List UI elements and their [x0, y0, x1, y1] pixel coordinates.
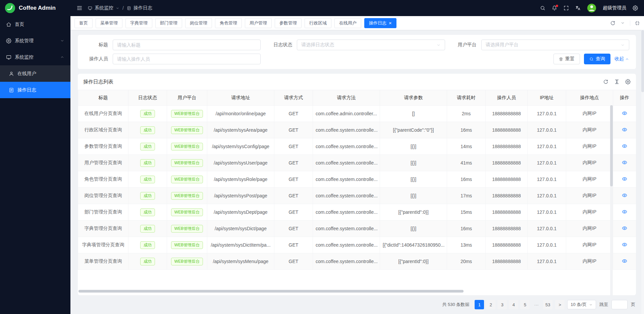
sidebar-item-system-mgmt[interactable]: 系统管理 — [0, 33, 70, 49]
view-detail-eye-icon[interactable] — [622, 111, 627, 116]
cell: 内网IP — [566, 155, 613, 171]
avatar[interactable] — [587, 3, 596, 13]
view-detail-eye-icon[interactable] — [622, 258, 627, 264]
cell: 行政区域分页查询 — [78, 122, 128, 138]
view-detail-eye-icon[interactable] — [622, 127, 627, 132]
cell: 成功 — [128, 106, 167, 122]
user-platform-select[interactable]: 请选择用户平台 — [481, 40, 629, 50]
settings-gear-icon[interactable] — [633, 5, 638, 11]
refresh-tabs-icon[interactable] — [610, 20, 615, 26]
platform-badge: WEB管理后台 — [171, 159, 203, 167]
window-scrollbar[interactable] — [641, 30, 644, 314]
tabs-dropdown-icon[interactable] — [621, 21, 625, 25]
cell: /api/system/sysArea/page — [207, 122, 274, 138]
sidebar-item-op-logs[interactable]: 操作日志 — [0, 82, 70, 98]
language-icon[interactable] — [575, 5, 581, 11]
select-placeholder: 请选择日志状态 — [301, 42, 334, 48]
search-button[interactable]: 查询 — [584, 54, 610, 64]
cell: 127.0.0.1 — [528, 204, 566, 221]
breadcrumb-item[interactable]: 系统监控 — [95, 5, 113, 11]
app-logo-icon — [5, 3, 15, 13]
cell: 成功 — [128, 122, 167, 138]
page-button[interactable]: 4 — [509, 300, 518, 309]
cell: WEB管理后台 — [167, 138, 207, 155]
cell: 内网IP — [566, 237, 613, 253]
filter-status-label: 日志状态 — [269, 42, 292, 48]
cell: com.coffee.system.controlle... — [313, 204, 380, 221]
tab-item[interactable]: 岗位管理 — [185, 18, 212, 28]
layout-fullscreen-icon[interactable] — [630, 20, 640, 26]
fullscreen-icon[interactable] — [564, 5, 569, 11]
sidebar-item-system-monitor[interactable]: 系统监控 — [0, 49, 70, 65]
view-detail-eye-icon[interactable] — [622, 242, 627, 247]
page-button[interactable]: 53 — [543, 300, 552, 309]
reset-button[interactable]: 重置 — [553, 54, 580, 64]
tab-item[interactable]: 角色管理 — [215, 18, 242, 28]
table-vertical-scrollbar[interactable] — [610, 105, 613, 295]
cell: 18888888888 — [486, 171, 528, 188]
scrollbar-thumb[interactable] — [641, 30, 644, 92]
cell: GET — [274, 204, 313, 221]
collapse-sidebar-icon[interactable] — [76, 5, 83, 11]
log-status-select[interactable]: 请选择日志状态 — [297, 40, 445, 50]
page-button[interactable]: 3 — [497, 300, 507, 309]
column-header: 请求方式 — [274, 90, 313, 106]
tab-item[interactable]: 部门管理 — [155, 18, 182, 28]
action-cell — [613, 155, 636, 171]
tab-item[interactable]: 操作日志× — [364, 18, 396, 28]
status-badge: 成功 — [140, 110, 155, 118]
tab-item[interactable]: 首页 — [74, 18, 93, 28]
chevron-down-icon — [116, 6, 119, 10]
collapse-filter-link[interactable]: 收起 — [614, 56, 629, 62]
tab-item[interactable]: 参数管理 — [275, 18, 302, 28]
column-settings-icon[interactable] — [625, 79, 631, 84]
cell: 成功 — [128, 138, 167, 155]
cell: 成功 — [128, 221, 167, 237]
page-ellipsis[interactable]: ··· — [532, 300, 541, 309]
sidebar-item-home[interactable]: 首页 — [0, 16, 70, 33]
jump-page-input[interactable] — [611, 300, 628, 309]
scrollbar-thumb[interactable] — [610, 105, 613, 186]
platform-badge: WEB管理后台 — [171, 126, 203, 134]
cell: 18888888888 — [486, 122, 528, 138]
refresh-table-icon[interactable] — [603, 79, 608, 84]
document-icon — [9, 87, 14, 93]
cell: 18888888888 — [486, 155, 528, 171]
tab-close-icon[interactable]: × — [389, 20, 392, 25]
notifications-bell-icon[interactable] — [552, 5, 557, 11]
cell: /api/system/sysDept/page — [207, 204, 274, 221]
tab-label: 参数管理 — [279, 20, 297, 26]
view-detail-eye-icon[interactable] — [622, 160, 627, 165]
operator-input[interactable] — [113, 54, 261, 64]
page-button[interactable]: 5 — [520, 300, 530, 309]
app-title: Coffee Admin — [19, 5, 56, 11]
view-detail-eye-icon[interactable] — [622, 193, 627, 198]
table-header-row: 标题日志状态用户平台请求地址请求方式请求方法请求参数请求耗时操作人员IP地址操作… — [78, 90, 636, 106]
density-icon[interactable] — [614, 79, 620, 84]
username[interactable]: 超级管理员 — [603, 5, 626, 11]
cell: 成功 — [128, 253, 167, 270]
view-detail-eye-icon[interactable] — [622, 176, 627, 182]
cell: [{}] — [380, 221, 447, 237]
page-size-select[interactable]: 10 条/页 — [567, 300, 596, 309]
tab-item[interactable]: 在线用户 — [334, 18, 361, 28]
table-horizontal-scrollbar[interactable] — [78, 290, 464, 293]
sidebar-item-online-users[interactable]: 在线用户 — [0, 65, 70, 82]
filter-title-label: 标题 — [85, 42, 108, 48]
cell: 内网IP — [566, 253, 613, 270]
page-button[interactable]: 2 — [486, 300, 495, 309]
page-button[interactable]: 1 — [475, 300, 484, 309]
view-detail-eye-icon[interactable] — [622, 209, 627, 214]
tab-item[interactable]: 行政区域 — [305, 18, 331, 28]
tab-item[interactable]: 字典管理 — [125, 18, 152, 28]
view-detail-eye-icon[interactable] — [622, 143, 627, 149]
view-detail-eye-icon[interactable] — [622, 226, 627, 231]
next-page-button[interactable]: > — [555, 300, 565, 309]
column-header: IP地址 — [528, 90, 566, 106]
tab-item[interactable]: 用户管理 — [245, 18, 272, 28]
search-icon[interactable] — [540, 5, 545, 11]
menu-label: 系统监控 — [15, 54, 34, 60]
tab-item[interactable]: 菜单管理 — [96, 18, 122, 28]
title-input[interactable] — [113, 40, 261, 50]
top-header: 系统监控 / 操作日志 超级管理员 — [70, 0, 644, 16]
